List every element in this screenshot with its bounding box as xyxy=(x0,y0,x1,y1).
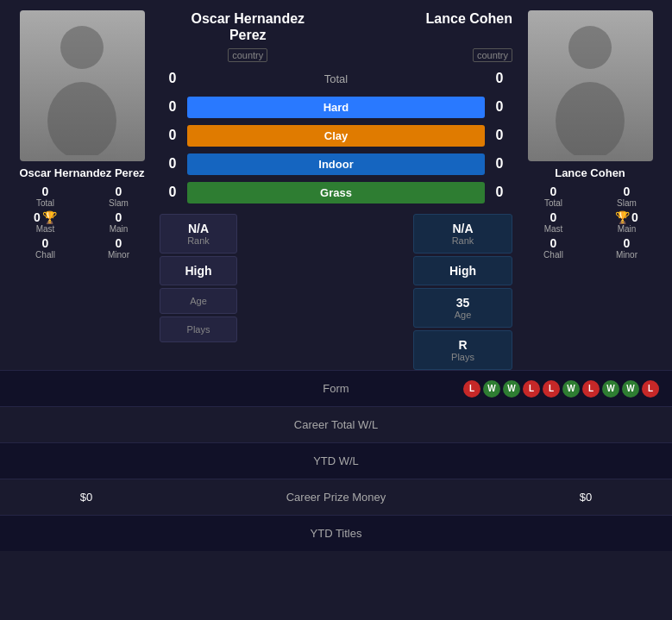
ytd-wl-row: YTD W/L xyxy=(0,442,672,479)
career-prize-row: $0 Career Prize Money $0 xyxy=(0,479,672,515)
right-chall-stat: 0 Chall xyxy=(517,236,590,260)
left-rank-boxes: N/A Rank High Age Plays xyxy=(160,214,237,370)
page-wrapper: Oscar Hernandez Perez 0 Total 0 Slam xyxy=(0,0,672,551)
hard-row: 0 Hard 0 xyxy=(160,94,512,120)
right-age-box: 35 Age xyxy=(413,288,512,328)
right-plays-box: R Plays xyxy=(413,330,512,370)
grass-left-score: 0 xyxy=(160,185,185,200)
right-rank-box: N/A Rank xyxy=(413,214,512,254)
hard-label: Hard xyxy=(187,97,485,118)
left-main-stat: 0 Main xyxy=(82,210,155,234)
rank-boxes-row: N/A Rank High Age Plays xyxy=(160,210,512,370)
right-trophy-icon: 🏆 xyxy=(615,210,630,224)
hard-right-score: 0 xyxy=(487,99,512,115)
svg-point-1 xyxy=(47,82,116,155)
form-badge-3: W xyxy=(503,380,520,398)
center-column: Oscar HernandezPerez Lance Cohen country… xyxy=(160,10,512,370)
right-total-stat: 0 Total xyxy=(517,185,590,208)
left-trophy-icon: 🏆 xyxy=(42,210,57,224)
flag-row: country country xyxy=(160,47,512,62)
form-badge-2: W xyxy=(483,380,500,398)
form-label: Form xyxy=(160,382,512,395)
left-chall-stat: 0 Chall xyxy=(9,236,82,260)
form-badge-9: W xyxy=(622,380,639,398)
right-player-stats: 0 Total 0 Slam 0 Mast 🏆 xyxy=(517,185,663,262)
indoor-left-score: 0 xyxy=(160,156,185,172)
form-badge-8: W xyxy=(602,380,619,398)
clay-right-score: 0 xyxy=(487,128,512,143)
total-row: 0 Total 0 xyxy=(160,66,512,91)
clay-label: Clay xyxy=(187,125,485,147)
form-badge-5: L xyxy=(543,380,560,398)
left-player-name-center: Oscar HernandezPerez xyxy=(160,10,336,43)
total-label: Total xyxy=(185,72,487,85)
right-high-box: High xyxy=(413,256,512,285)
left-mast-stat: 0 🏆 Mast xyxy=(9,210,82,234)
total-left-score: 0 xyxy=(160,71,185,86)
career-prize-right: $0 xyxy=(512,491,659,504)
left-rank-box: N/A Rank xyxy=(160,214,237,254)
career-prize-label: Career Prize Money xyxy=(160,491,512,504)
right-mast-stat: 0 Mast xyxy=(517,210,590,234)
right-minor-stat: 0 Minor xyxy=(590,236,663,260)
left-minor-stat: 0 Minor xyxy=(82,236,155,260)
indoor-right-score: 0 xyxy=(487,156,512,172)
form-badges-container: L W W L L W L W W L xyxy=(512,380,659,398)
left-player-avatar xyxy=(20,10,145,161)
left-slam-stat: 0 Slam xyxy=(82,185,155,208)
svg-point-3 xyxy=(556,82,625,155)
ytd-titles-label: YTD Titles xyxy=(160,527,512,540)
match-stats-table: 0 Total 0 0 Hard 0 0 Clay 0 xyxy=(160,66,512,205)
form-row: Form L W W L L W L W W L xyxy=(0,370,672,406)
form-badge-10: L xyxy=(642,380,659,398)
form-badge-1: L xyxy=(463,380,480,398)
left-plays-box: Plays xyxy=(160,316,237,342)
right-player-name-center: Lance Cohen xyxy=(336,10,513,27)
right-player-name: Lance Cohen xyxy=(555,166,625,179)
career-total-row: Career Total W/L xyxy=(0,406,672,442)
form-badge-4: L xyxy=(523,380,540,398)
grass-right-score: 0 xyxy=(487,185,512,200)
left-player-stats: 0 Total 0 Slam 0 🏆 Mast xyxy=(9,185,155,262)
center-left-name: Oscar HernandezPerez xyxy=(160,10,336,43)
clay-row: 0 Clay 0 xyxy=(160,122,512,148)
left-player-column: Oscar Hernandez Perez 0 Total 0 Slam xyxy=(9,10,155,262)
left-country: country xyxy=(160,47,336,62)
left-total-stat: 0 Total xyxy=(9,185,82,208)
right-country-flag: country xyxy=(336,47,513,62)
career-prize-left: $0 xyxy=(13,491,160,504)
form-badge-7: L xyxy=(582,380,600,398)
form-badge-6: W xyxy=(562,380,580,398)
left-age-box: Age xyxy=(160,288,237,314)
grass-label: Grass xyxy=(187,182,485,204)
ytd-wl-label: YTD W/L xyxy=(160,454,512,467)
grass-row: 0 Grass 0 xyxy=(160,179,512,205)
left-high-box: High xyxy=(160,256,237,285)
svg-point-0 xyxy=(60,26,104,69)
right-player-column: Lance Cohen 0 Total 0 Slam 0 Mast xyxy=(517,10,663,262)
center-names-row: Oscar HernandezPerez Lance Cohen xyxy=(160,10,512,43)
bottom-sections: Form L W W L L W L W W L Career Total W/… xyxy=(0,370,672,551)
clay-left-score: 0 xyxy=(160,128,185,143)
center-right-name: Lance Cohen xyxy=(336,10,513,43)
total-right-score: 0 xyxy=(487,71,512,86)
right-main-stat: 🏆 0 Main xyxy=(590,210,663,234)
right-rank-boxes: N/A Rank High 35 Age R Plays xyxy=(413,214,512,370)
right-slam-stat: 0 Slam xyxy=(590,185,663,208)
indoor-label: Indoor xyxy=(187,153,485,175)
career-total-label: Career Total W/L xyxy=(160,418,512,431)
svg-point-2 xyxy=(568,26,612,69)
header-section: Oscar Hernandez Perez 0 Total 0 Slam xyxy=(0,0,672,370)
left-player-name: Oscar Hernandez Perez xyxy=(19,166,144,179)
ytd-titles-row: YTD Titles xyxy=(0,515,672,551)
indoor-row: 0 Indoor 0 xyxy=(160,151,512,177)
hard-left-score: 0 xyxy=(160,99,185,115)
right-player-avatar xyxy=(528,10,653,161)
